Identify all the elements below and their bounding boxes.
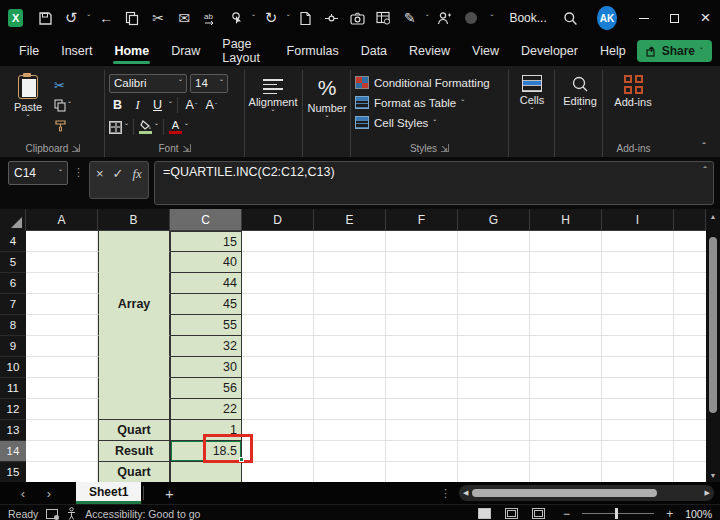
cell-H12[interactable]: [530, 399, 602, 420]
tab-page-layout[interactable]: Page Layout: [211, 36, 275, 66]
record-status-icon[interactable]: [459, 5, 483, 31]
macro-record-icon[interactable]: [46, 509, 58, 519]
redo-chevron-icon[interactable]: ˇ: [285, 13, 292, 23]
cell-A8[interactable]: [26, 315, 98, 336]
cell-A5[interactable]: [26, 252, 98, 273]
cell-G12[interactable]: [458, 399, 530, 420]
cell-H15[interactable]: [530, 462, 602, 482]
cell-D7[interactable]: [242, 294, 314, 315]
redo-button[interactable]: ↻: [259, 5, 283, 31]
cell-E13[interactable]: [314, 420, 386, 441]
selection-fill-handle[interactable]: [239, 457, 244, 462]
tab-review[interactable]: Review: [398, 36, 461, 66]
cell-H9[interactable]: [530, 336, 602, 357]
cell-D8[interactable]: [242, 315, 314, 336]
cell-F8[interactable]: [386, 315, 458, 336]
vertical-scroll-thumb[interactable]: [709, 237, 717, 413]
cell-A15[interactable]: [26, 462, 98, 482]
undo-chevron-icon[interactable]: ˇ: [85, 13, 92, 23]
cell-I7[interactable]: [602, 294, 674, 315]
cell-G11[interactable]: [458, 378, 530, 399]
font-size-select[interactable]: 14ˇ: [190, 74, 228, 93]
cell-B9[interactable]: [98, 336, 170, 357]
row-header-13[interactable]: 13: [0, 420, 26, 441]
cell-partial-9[interactable]: [674, 336, 706, 357]
cell-G5[interactable]: [458, 252, 530, 273]
draw-export-button[interactable]: ✎: [398, 5, 422, 31]
cell-G9[interactable]: [458, 336, 530, 357]
cell-F12[interactable]: [386, 399, 458, 420]
formula-bar-collapse-icon[interactable]: ˆ: [703, 165, 707, 177]
cell-G15[interactable]: [458, 462, 530, 482]
cell-F15[interactable]: [386, 462, 458, 482]
editing-button[interactable]: Editing ˇ: [559, 72, 601, 115]
cell-B5[interactable]: [98, 252, 170, 273]
styles-dialog-launcher[interactable]: ↘: [441, 144, 449, 152]
horizontal-scroll-thumb[interactable]: [472, 489, 657, 497]
copy-button[interactable]: [120, 5, 144, 31]
cell-partial-4[interactable]: [674, 231, 706, 252]
cell-H13[interactable]: [530, 420, 602, 441]
cell-F6[interactable]: [386, 273, 458, 294]
cell-H11[interactable]: [530, 378, 602, 399]
cell-G7[interactable]: [458, 294, 530, 315]
borders-icon[interactable]: [109, 121, 122, 134]
insert-function-button[interactable]: fx: [133, 165, 142, 183]
cell-A7[interactable]: [26, 294, 98, 315]
cell-I12[interactable]: [602, 399, 674, 420]
format-as-table-button[interactable]: Format as Table ˇ: [355, 94, 504, 111]
add-sheet-button[interactable]: +: [154, 485, 184, 502]
cell-C15[interactable]: [170, 462, 242, 482]
column-header-H[interactable]: H: [530, 209, 602, 231]
cell-B4[interactable]: [98, 231, 170, 252]
accessibility-status[interactable]: Accessibility: Good to go: [85, 508, 200, 520]
find-replace-button[interactable]: ab: [198, 5, 222, 31]
cell-H5[interactable]: [530, 252, 602, 273]
cell-I11[interactable]: [602, 378, 674, 399]
format-painter-button[interactable]: [54, 117, 71, 133]
cell-D5[interactable]: [242, 252, 314, 273]
touch-mode-chevron-icon[interactable]: ˇ: [250, 13, 257, 23]
font-color-button[interactable]: A: [169, 120, 182, 134]
cell-G10[interactable]: [458, 357, 530, 378]
cell-E12[interactable]: [314, 399, 386, 420]
cell-E11[interactable]: [314, 378, 386, 399]
cell-partial-14[interactable]: [674, 441, 706, 462]
cell-E5[interactable]: [314, 252, 386, 273]
cell-E8[interactable]: [314, 315, 386, 336]
cell-A11[interactable]: [26, 378, 98, 399]
row-header-12[interactable]: 12: [0, 399, 26, 420]
zoom-slider[interactable]: [582, 513, 654, 514]
cell-E9[interactable]: [314, 336, 386, 357]
cut-button[interactable]: ✂: [146, 5, 170, 31]
cell-F7[interactable]: [386, 294, 458, 315]
cell-I6[interactable]: [602, 273, 674, 294]
minimize-button[interactable]: [629, 0, 658, 36]
cell-H8[interactable]: [530, 315, 602, 336]
font-color-chevron-icon[interactable]: ˇ: [185, 124, 188, 130]
close-button[interactable]: ×: [691, 0, 720, 36]
cell-C6[interactable]: 44: [170, 273, 242, 294]
cell-D4[interactable]: [242, 231, 314, 252]
row-header-8[interactable]: 8: [0, 315, 26, 336]
fill-color-chevron-icon[interactable]: ˇ: [155, 124, 158, 130]
cell-B7[interactable]: Array: [98, 294, 170, 315]
cell-E10[interactable]: [314, 357, 386, 378]
cell-H4[interactable]: [530, 231, 602, 252]
tab-draw[interactable]: Draw: [160, 36, 211, 66]
cell-H14[interactable]: [530, 441, 602, 462]
next-sheet-button[interactable]: ›: [36, 486, 62, 501]
cell-B13[interactable]: Quart: [98, 420, 170, 441]
column-header-B[interactable]: B: [98, 209, 170, 231]
cell-I8[interactable]: [602, 315, 674, 336]
cell-A13[interactable]: [26, 420, 98, 441]
row-header-15[interactable]: 15: [0, 462, 26, 482]
addins-button[interactable]: Add-ins: [607, 72, 659, 108]
cell-G4[interactable]: [458, 231, 530, 252]
cell-C8[interactable]: 55: [170, 315, 242, 336]
name-box-resizer[interactable]: ⋮: [73, 161, 84, 179]
back-button[interactable]: ←: [94, 5, 118, 31]
tab-home[interactable]: Home: [103, 36, 160, 66]
cancel-button[interactable]: ×: [96, 165, 104, 183]
cell-F9[interactable]: [386, 336, 458, 357]
